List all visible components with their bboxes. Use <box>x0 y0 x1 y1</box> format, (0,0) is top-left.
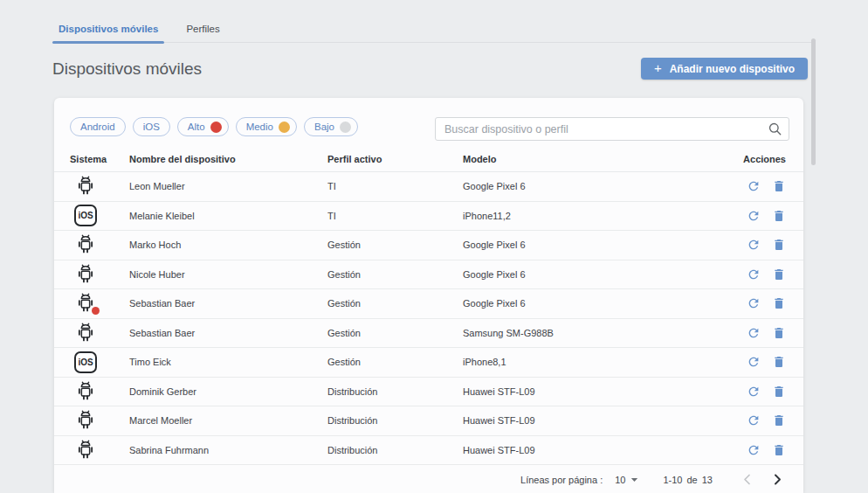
tab-bar: Dispositivos móviles Perfiles <box>52 17 812 43</box>
device-name: Sebastian Baer <box>129 298 327 309</box>
refresh-icon <box>747 355 761 369</box>
device-model: Google Pixel 6 <box>463 181 690 191</box>
rows-per-page-value: 10 <box>615 475 625 485</box>
trash-icon <box>772 267 786 281</box>
table-row[interactable]: Marko Hoch Gestión Google Pixel 6 <box>54 231 803 260</box>
table-row[interactable]: Sabrina Fuhrmann Distribución Huawei STF… <box>54 436 803 466</box>
refresh-icon <box>747 413 761 427</box>
sync-button[interactable] <box>747 296 761 310</box>
active-profile: TI <box>327 181 463 191</box>
device-name: Marcel Moeller <box>129 415 327 426</box>
sync-button[interactable] <box>747 443 761 457</box>
device-name: Nicole Huber <box>129 269 327 280</box>
filter-chip-android[interactable]: Android <box>70 117 126 136</box>
alert-badge-icon <box>92 307 100 315</box>
tab-perfiles[interactable]: Perfiles <box>180 18 225 42</box>
sync-button[interactable] <box>747 209 761 223</box>
device-model: Samsung SM-G988B <box>463 328 690 338</box>
tab-dispositivos-moviles[interactable]: Dispositivos móviles <box>52 18 164 42</box>
status-dot-icon <box>340 122 351 133</box>
search-input[interactable] <box>435 117 789 141</box>
active-profile: Gestión <box>327 357 463 367</box>
next-page-button[interactable] <box>769 474 786 485</box>
table-row[interactable]: Nicole Huber Gestión Google Pixel 6 <box>54 260 803 290</box>
filter-chip-label: Alto <box>188 122 205 132</box>
android-icon <box>74 174 97 197</box>
ios-icon: iOS <box>74 351 97 373</box>
caret-down-icon <box>630 477 638 483</box>
delete-button[interactable] <box>772 443 786 457</box>
table-row[interactable]: Marcel Moeller Distribución Huawei STF-L… <box>54 406 803 436</box>
android-icon <box>74 262 97 285</box>
system-cell <box>70 438 129 462</box>
delete-button[interactable] <box>772 238 786 252</box>
device-name: Marko Hoch <box>129 240 327 250</box>
prev-page-button[interactable] <box>739 474 755 485</box>
refresh-icon <box>747 209 761 223</box>
search-box <box>435 117 789 141</box>
trash-icon <box>772 355 786 369</box>
sync-button[interactable] <box>747 385 761 399</box>
active-profile: Distribución <box>327 415 463 426</box>
filter-chip-medio[interactable]: Medio <box>236 117 297 136</box>
search-icon <box>768 122 782 136</box>
table-row[interactable]: iOS Timo Eick Gestión iPhone8,1 <box>54 348 803 378</box>
pagination-bar: Líneas por página : 10 1-10 de 13 <box>54 466 803 493</box>
table-row[interactable]: iOS Melanie Kleibel TI iPhone11,2 <box>54 202 803 232</box>
device-name: Sebastian Baer <box>129 328 327 338</box>
refresh-icon <box>747 296 761 310</box>
active-profile: Gestión <box>327 328 463 338</box>
filter-chip-ios[interactable]: iOS <box>133 117 170 136</box>
trash-icon <box>772 443 786 457</box>
trash-icon <box>772 238 786 252</box>
delete-button[interactable] <box>772 385 786 399</box>
devices-card: Android iOS Alto Medio Bajo Sistema Nomb… <box>54 98 803 493</box>
active-profile: TI <box>327 211 463 221</box>
scrollbar-thumb[interactable] <box>811 38 816 165</box>
table-row[interactable]: Dominik Gerber Distribución Huawei STF-L… <box>54 378 803 407</box>
table-row[interactable]: Sebastian Baer Gestión Samsung SM-G988B <box>54 319 803 349</box>
filter-chip-bajo[interactable]: Bajo <box>304 117 358 136</box>
device-name: Sabrina Fuhrmann <box>129 445 327 455</box>
delete-button[interactable] <box>772 209 786 223</box>
system-cell: iOS <box>70 351 129 373</box>
table-row[interactable]: Sebastian Baer Gestión Google Pixel 6 <box>54 289 803 319</box>
table-row[interactable]: Leon Mueller TI Google Pixel 6 <box>54 172 803 202</box>
table-body: Leon Mueller TI Google Pixel 6 iOS <box>54 172 803 465</box>
rows-per-page-select[interactable]: 10 <box>615 475 638 485</box>
range-of-label: de <box>687 475 698 485</box>
range-value: 1-10 <box>663 475 682 485</box>
refresh-icon <box>747 326 761 340</box>
system-cell <box>70 379 129 404</box>
col-nombre: Nombre del dispositivo <box>129 154 327 164</box>
android-icon <box>74 379 97 402</box>
system-cell <box>70 408 129 433</box>
trash-icon <box>772 326 786 340</box>
android-icon <box>74 321 97 344</box>
active-profile: Gestión <box>327 269 463 280</box>
filter-chip-alto[interactable]: Alto <box>177 117 229 136</box>
device-model: Google Pixel 6 <box>463 240 690 250</box>
device-model: iPhone11,2 <box>463 211 690 221</box>
delete-button[interactable] <box>772 355 786 369</box>
delete-button[interactable] <box>772 296 786 310</box>
page-header: Dispositivos móviles + Añadir nuevo disp… <box>52 58 808 80</box>
add-device-button[interactable]: + Añadir nuevo dispositivo <box>641 58 808 80</box>
sync-button[interactable] <box>747 413 761 427</box>
trash-icon <box>772 296 786 310</box>
delete-button[interactable] <box>772 179 786 193</box>
delete-button[interactable] <box>772 267 786 281</box>
trash-icon <box>772 179 786 193</box>
rows-per-page-label: Líneas por página : <box>520 475 603 485</box>
sync-button[interactable] <box>747 326 761 340</box>
android-icon <box>74 408 97 431</box>
sync-button[interactable] <box>747 179 761 193</box>
delete-button[interactable] <box>772 326 786 340</box>
filter-chip-label: Android <box>80 122 115 132</box>
add-device-label: Añadir nuevo dispositivo <box>670 63 795 75</box>
sync-button[interactable] <box>747 267 761 281</box>
sync-button[interactable] <box>747 238 761 252</box>
delete-button[interactable] <box>772 413 786 427</box>
device-name: Melanie Kleibel <box>129 211 327 221</box>
sync-button[interactable] <box>747 355 761 369</box>
